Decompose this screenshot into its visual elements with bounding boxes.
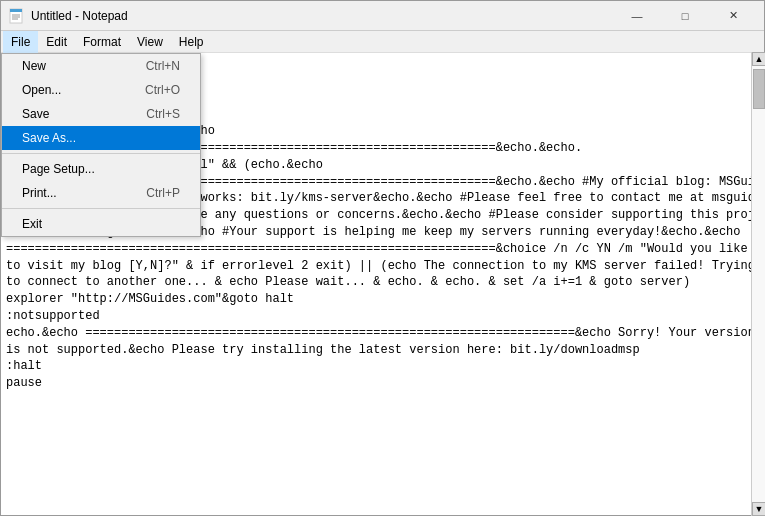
menu-help[interactable]: Help bbox=[171, 31, 212, 53]
app-icon bbox=[9, 8, 25, 24]
menu-separator-2 bbox=[2, 208, 200, 209]
window-title: Untitled - Notepad bbox=[31, 9, 614, 23]
menu-bar: File Edit Format View Help New Ctrl+N Op… bbox=[1, 31, 764, 53]
maximize-button[interactable]: □ bbox=[662, 1, 708, 31]
menu-new[interactable]: New Ctrl+N bbox=[2, 54, 200, 78]
menu-save-as[interactable]: Save As... bbox=[2, 126, 200, 150]
vertical-scrollbar[interactable]: ▲ ▼ bbox=[751, 52, 765, 516]
menu-exit[interactable]: Exit bbox=[2, 212, 200, 236]
menu-open[interactable]: Open... Ctrl+O bbox=[2, 78, 200, 102]
menu-print[interactable]: Print... Ctrl+P bbox=[2, 181, 200, 205]
menu-save[interactable]: Save Ctrl+S bbox=[2, 102, 200, 126]
scroll-up-button[interactable]: ▲ bbox=[752, 52, 765, 66]
scroll-thumb[interactable] bbox=[753, 69, 765, 109]
menu-format[interactable]: Format bbox=[75, 31, 129, 53]
minimize-button[interactable]: — bbox=[614, 1, 660, 31]
menu-edit[interactable]: Edit bbox=[38, 31, 75, 53]
window-controls: — □ ✕ bbox=[614, 1, 756, 31]
svg-rect-1 bbox=[10, 9, 22, 12]
scroll-down-button[interactable]: ▼ bbox=[752, 502, 765, 516]
menu-page-setup[interactable]: Page Setup... bbox=[2, 157, 200, 181]
menu-file[interactable]: File bbox=[3, 31, 38, 53]
title-bar: Untitled - Notepad — □ ✕ bbox=[1, 1, 764, 31]
file-dropdown-menu: New Ctrl+N Open... Ctrl+O Save Ctrl+S Sa… bbox=[1, 53, 201, 237]
menu-view[interactable]: View bbox=[129, 31, 171, 53]
menu-separator-1 bbox=[2, 153, 200, 154]
scroll-track[interactable] bbox=[752, 66, 765, 502]
close-button[interactable]: ✕ bbox=[710, 1, 756, 31]
